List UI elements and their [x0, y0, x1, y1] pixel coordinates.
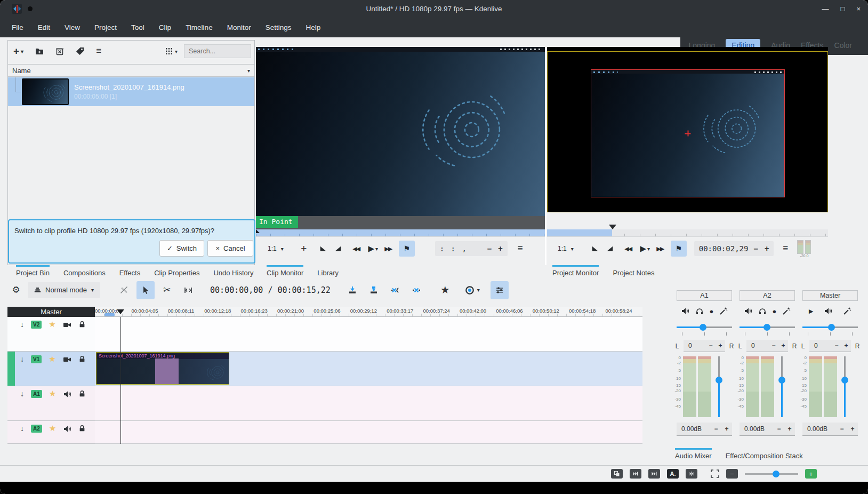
lock-icon[interactable] — [78, 321, 86, 328]
set-out-point-button[interactable] — [602, 241, 617, 257]
db-decrement[interactable]: − — [837, 425, 847, 433]
solo-headphones-icon[interactable] — [758, 307, 767, 315]
video-track-icon[interactable] — [63, 321, 71, 329]
timeline-position-display[interactable]: 00:00:00,00 / 00:00:15,22 — [210, 285, 331, 295]
play-button[interactable]: ▶▾ — [638, 241, 653, 257]
db-decrement[interactable]: − — [774, 425, 784, 433]
target-arrow-icon[interactable]: ↓ — [20, 425, 24, 432]
switch-button[interactable]: ✓ Switch — [159, 240, 204, 257]
forward-button[interactable]: ▶▶ — [381, 241, 396, 257]
tab-clip-properties[interactable]: Clip Properties — [154, 265, 199, 277]
mixer-strip-title[interactable]: A2 — [740, 290, 795, 301]
track-target-gutter[interactable] — [7, 352, 15, 386]
mix-clips-button[interactable] — [115, 281, 133, 299]
timecode-increment[interactable]: + — [498, 244, 502, 253]
record-monitor-icon[interactable]: ● — [773, 307, 777, 315]
delete-button[interactable] — [55, 47, 64, 55]
zone-flag-button[interactable]: ⚑ — [671, 241, 687, 257]
timeline-ruler[interactable]: 00:00:00;0000:00:04;0500:00:08;1100:00:1… — [95, 307, 642, 317]
volume-slider[interactable] — [677, 324, 732, 331]
close-button[interactable]: × — [856, 5, 861, 13]
timeline-clip[interactable]: Screenshot_20201007_161914.png — [96, 352, 229, 385]
workspace-color[interactable]: Color — [834, 41, 852, 50]
cancel-button[interactable]: × Cancel — [207, 240, 253, 257]
timeline-zone[interactable] — [105, 313, 115, 316]
favorite-effects-icon[interactable]: ★ — [436, 281, 454, 299]
menu-view[interactable]: View — [65, 23, 80, 31]
balance-spinbox[interactable]: 0−+ — [746, 340, 788, 352]
track-lane-v1[interactable]: Screenshot_20201007_161914.png — [95, 352, 642, 386]
tab-compositions[interactable]: Compositions — [63, 265, 106, 277]
track-target-gutter[interactable] — [7, 386, 15, 420]
tab-project-monitor[interactable]: Project Monitor — [552, 265, 599, 277]
db-increment[interactable]: + — [784, 425, 795, 433]
track-target-gutter[interactable] — [7, 421, 15, 443]
bin-clip-row[interactable]: Screenshot_20201007_161914.png 00:00:05;… — [8, 77, 254, 106]
rewind-button[interactable]: ◀◀ — [349, 241, 364, 257]
set-in-point-button[interactable] — [588, 241, 602, 257]
effects-wand-icon[interactable] — [843, 307, 851, 315]
track-header-a1[interactable]: ↓ A1 ★ — [7, 386, 95, 421]
fit-zoom-button[interactable] — [711, 469, 719, 478]
balance-decrement[interactable]: − — [769, 342, 778, 349]
track-lane-a1[interactable] — [95, 386, 642, 421]
balance-increment[interactable]: + — [716, 342, 725, 349]
audio-track-icon[interactable] — [63, 390, 71, 399]
record-button[interactable]: ▾ — [465, 285, 480, 295]
bin-name-header[interactable]: Name ▾ — [8, 64, 254, 77]
selection-tool-button[interactable] — [136, 281, 155, 299]
overwrite-zone-button[interactable] — [365, 281, 383, 299]
rewind-button[interactable]: ◀◀ — [621, 241, 636, 257]
balance-increment[interactable]: + — [841, 342, 851, 349]
track-badge[interactable]: V1 — [31, 355, 42, 363]
zoom-out-button[interactable]: − — [726, 469, 738, 479]
tag-button[interactable] — [76, 47, 84, 55]
timecode-decrement[interactable]: − — [487, 244, 492, 253]
solo-headphones-icon[interactable] — [695, 307, 704, 315]
gain-db-spinbox[interactable]: 0.00dB−+ — [740, 423, 795, 436]
mute-icon[interactable] — [824, 307, 832, 315]
effects-wand-icon[interactable] — [719, 307, 728, 315]
gain-slider[interactable] — [844, 356, 846, 417]
monitor-zoom-select[interactable]: 1:1▾ — [262, 241, 289, 257]
menu-tool[interactable]: Tool — [131, 23, 144, 31]
minimize-button[interactable]: — — [822, 5, 829, 13]
gain-slider[interactable] — [781, 356, 783, 417]
track-target-gutter[interactable] — [7, 317, 15, 351]
monitor-zoom-select[interactable]: 1:1▾ — [552, 241, 579, 257]
track-badge[interactable]: A1 — [31, 390, 42, 398]
edit-mode-select[interactable]: Normal mode ▾ — [28, 282, 100, 298]
effects-star-icon[interactable]: ★ — [49, 355, 55, 363]
db-increment[interactable]: + — [721, 425, 732, 433]
tab-undo-history[interactable]: Undo History — [213, 265, 253, 277]
balance-spinbox[interactable]: 0−+ — [684, 340, 725, 352]
track-header-a2[interactable]: ↓ A2 ★ — [7, 421, 95, 444]
lift-zone-button[interactable] — [407, 281, 425, 299]
tab-effect-composition-stack[interactable]: Effect/Composition Stack — [726, 448, 803, 460]
timeline-playhead-line[interactable] — [120, 317, 121, 444]
mixer-strip-title[interactable]: A1 — [677, 290, 732, 301]
lock-icon[interactable] — [78, 355, 86, 363]
menu-clip[interactable]: Clip — [159, 23, 171, 31]
effects-star-icon[interactable]: ★ — [49, 425, 56, 432]
show-markers-button[interactable]: A. — [667, 469, 679, 479]
tab-project-bin[interactable]: Project Bin — [16, 265, 50, 277]
record-monitor-icon[interactable]: ● — [710, 307, 714, 315]
track-header-v1[interactable]: ↓ V1 ★ — [7, 352, 95, 386]
monitor-menu-icon[interactable]: ≡ — [513, 241, 528, 257]
db-increment[interactable]: + — [847, 425, 858, 433]
set-in-point-button[interactable] — [316, 241, 331, 257]
effects-star-icon[interactable]: ★ — [49, 390, 56, 397]
volume-slider[interactable] — [740, 324, 795, 331]
project-monitor-playhead[interactable] — [609, 225, 616, 233]
add-clip-button[interactable]: +▾ — [13, 45, 23, 57]
track-lane-a2[interactable] — [95, 421, 642, 444]
menu-edit[interactable]: Edit — [38, 23, 50, 31]
tab-audio-mixer[interactable]: Audio Mixer — [675, 448, 712, 460]
search-input[interactable] — [184, 44, 251, 58]
tab-project-notes[interactable]: Project Notes — [613, 265, 654, 277]
zoom-slider[interactable] — [745, 471, 798, 477]
timeline-settings-icon[interactable]: ⚙ — [7, 284, 25, 296]
mute-icon[interactable] — [681, 307, 689, 315]
zone-flag-button[interactable]: ⚑ — [399, 241, 415, 257]
